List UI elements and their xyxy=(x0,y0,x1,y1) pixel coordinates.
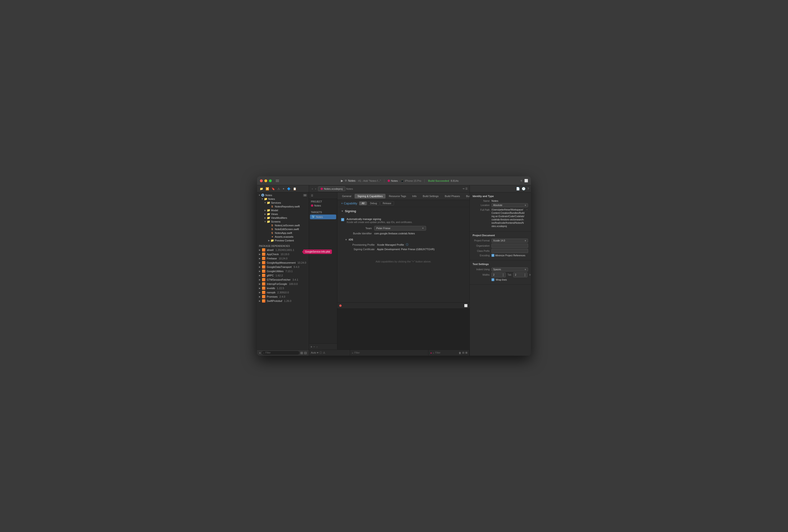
pkg-item-leveldb[interactable]: ▶ leveldb 1.22.5 xyxy=(257,286,309,290)
filter-targets-icon[interactable]: ⌕ xyxy=(316,345,318,348)
filter-bars: Auto ▾ ⓘ ⚠ ⌕ Filter ● ⌕ Filter 🗑 ⊟ ⊞ xyxy=(309,350,470,356)
class-prefix-input[interactable] xyxy=(492,249,528,253)
filter-split-icon[interactable]: ⊟ xyxy=(462,351,464,354)
pkg-item-firebase[interactable]: ▶ Firebase 10.24.0 xyxy=(257,256,309,260)
pkg-item-googleutilities[interactable]: ▶ GoogleUtilities 7.13.1 xyxy=(257,269,309,273)
tree-item-services[interactable]: ▼ 📁 Services xyxy=(257,201,309,205)
auto-label[interactable]: Auto ▾ xyxy=(311,351,318,354)
wrap-lines-checkbox[interactable]: ✓ xyxy=(492,278,494,281)
indent-width-spinner[interactable]: ▲ ▼ xyxy=(524,273,526,277)
settings-filter-icon[interactable]: ⊞ xyxy=(300,351,303,355)
tree-item-noteslist[interactable]: S NotesListScreen.swift xyxy=(257,223,309,227)
tree-item-assets[interactable]: ✦ Assets.xcassets xyxy=(257,235,309,239)
tab-build-settings[interactable]: Build Settings xyxy=(420,194,441,198)
nav-toggle-icon[interactable]: ☰ xyxy=(311,194,313,197)
signing-header[interactable]: ▼ Signing xyxy=(337,207,470,215)
remove-target-button[interactable]: − xyxy=(313,345,315,348)
folder-icon[interactable]: 📁 xyxy=(259,187,264,191)
inspector-file-icon[interactable]: 📄 xyxy=(516,187,520,191)
tree-item-notesrepo[interactable]: S NotesRepository.swift xyxy=(257,205,309,209)
indent-using-select[interactable]: Spaces ▼ xyxy=(492,268,528,272)
filter-split-icon2[interactable]: ⊞ xyxy=(465,351,468,354)
back-arrow[interactable]: ‹ xyxy=(311,187,314,191)
filter-bar-settings-icon[interactable]: ⚠ xyxy=(323,351,325,354)
inspector-toggle-icon[interactable]: ⬜ xyxy=(524,179,528,182)
debug-icon[interactable]: 🔷 xyxy=(287,187,291,191)
add-capability-button[interactable]: + Capability xyxy=(341,201,357,205)
tab-resource-tags[interactable]: Resource Tags xyxy=(386,194,409,198)
history-icon[interactable]: 📋 xyxy=(292,187,297,191)
bookmark-icon[interactable]: 🔖 xyxy=(271,187,276,191)
team-select[interactable]: Peter Friese ▼ xyxy=(374,226,466,231)
path-arrow-icon[interactable]: → xyxy=(526,208,528,211)
project-nav-notes[interactable]: Notes xyxy=(309,203,337,208)
pkg-item-swiftprotobuf[interactable]: ▶ SwiftProtobuf 1.26.0 xyxy=(257,299,309,303)
pkg-item-interopforgoogle[interactable]: ▶ InteropForGoogle 100.0.0 xyxy=(257,282,309,286)
pkg-item-appcheck[interactable]: ▶ AppCheck 10.19.0 xyxy=(257,252,309,256)
warning-icon[interactable]: ⚠ xyxy=(277,187,281,191)
auto-signing-checkbox[interactable]: ✓ xyxy=(341,218,344,221)
cap-tab-debug[interactable]: Debug xyxy=(367,201,379,205)
prov-value-area: Xcode Managed Profile ⓘ xyxy=(377,243,466,247)
expand-bottom-icon[interactable]: ⬜ xyxy=(464,304,468,307)
filter-delete-icon[interactable]: 🗑 xyxy=(459,351,461,354)
fullscreen-button[interactable] xyxy=(269,179,272,182)
tree-item-noteedit[interactable]: S NoteEditScreen.swift xyxy=(257,227,309,231)
tab-info[interactable]: Info xyxy=(409,194,419,198)
target-notes[interactable]: N Notes xyxy=(310,215,336,219)
pkg-item-promises[interactable]: ▶ Promises 2.4.0 xyxy=(257,295,309,299)
org-input[interactable] xyxy=(492,243,528,248)
tab-signing-capabilities[interactable]: Signing & Capabilities xyxy=(355,194,386,198)
tree-item-preview[interactable]: ▶ 📁 Preview Content xyxy=(257,239,309,242)
group-icon[interactable]: ⊟ xyxy=(304,351,307,355)
add-button[interactable]: + xyxy=(520,179,523,183)
pkg-item-gtmsession[interactable]: ▶ GTMSessionFetcher 3.4.1 xyxy=(257,278,309,282)
tree-item-model[interactable]: ▶ 📁 Model xyxy=(257,209,309,212)
test-icon[interactable]: ✦ xyxy=(282,187,285,191)
location-select[interactable]: Absolute ▼ xyxy=(492,203,528,207)
filter-input[interactable]: ⌕ Filter xyxy=(262,351,299,355)
add-target-button[interactable]: + xyxy=(311,345,312,349)
tree-item-notes-root[interactable]: ▼ 🅐 Notes M xyxy=(257,193,309,197)
tab-general[interactable]: General xyxy=(339,194,354,198)
filter-bar-placeholder[interactable]: Filter xyxy=(354,351,426,354)
pkg-icon xyxy=(262,291,265,294)
pkg-item-abseil[interactable]: ▶ abseil 1.2024011601.1 xyxy=(257,248,309,252)
close-button[interactable] xyxy=(260,179,263,182)
file-tab-xcodeproj[interactable]: Notes.xcodeproj xyxy=(318,186,346,191)
tree-item-screens[interactable]: ▼ 📁 Screens xyxy=(257,220,309,223)
tree-label: NotesListScreen.swift xyxy=(275,224,300,227)
tab-width-field[interactable]: 2 ▲ ▼ xyxy=(492,272,506,277)
tab-width-spinner[interactable]: ▲ ▼ xyxy=(503,273,504,277)
tree-item-notesapp[interactable]: S NotesApp.swift xyxy=(257,231,309,235)
indent-arrow: ▼ xyxy=(524,268,527,271)
pkg-item-nanopb[interactable]: ▶ nanopb 2.30910.0 xyxy=(257,290,309,295)
encoding-checkbox[interactable]: ✓ xyxy=(492,254,494,257)
sidebar-toggle-icon[interactable] xyxy=(275,179,279,183)
filter-bar-placeholder2[interactable]: Filter xyxy=(435,351,458,354)
tree-item-viewmodifiers[interactable]: ▶ 📁 ViewModifiers xyxy=(257,216,309,220)
inspector-history-icon[interactable]: 🕐 xyxy=(522,187,526,191)
tree-item-views[interactable]: ▶ 📁 Views xyxy=(257,212,309,216)
pkg-item-googleappmeasurement[interactable]: ▶ GoogleAppMeasurement 10.24.0 xyxy=(257,260,309,265)
inspector-help-icon[interactable]: ? xyxy=(527,187,529,191)
tree-item-notes-folder[interactable]: ▼ 📁 Notes xyxy=(257,197,309,201)
git-icon[interactable]: 🔀 xyxy=(265,187,270,191)
info-icon[interactable]: ⓘ xyxy=(406,243,408,247)
tab-build-phases[interactable]: Build Phases xyxy=(442,194,463,198)
proj-format-value: Xcode 14.0 xyxy=(493,239,505,242)
add-item-button[interactable]: + xyxy=(259,351,261,355)
pkg-item-grpc[interactable]: ▶ gRPC 1.62.2 xyxy=(257,273,309,278)
tab-build-rules[interactable]: Build Rules xyxy=(463,194,470,198)
forward-arrow[interactable]: › xyxy=(314,187,317,191)
indent-width-field[interactable]: 2 ▲ ▼ xyxy=(513,272,527,277)
minimize-button[interactable] xyxy=(264,179,267,182)
folder-blue-icon: 📁 xyxy=(267,220,270,223)
cap-tab-all[interactable]: All xyxy=(359,201,367,205)
capability-filter-tabs: All Debug Release xyxy=(359,201,394,205)
split-right-icon[interactable]: ☰ xyxy=(465,187,468,190)
proj-format-select[interactable]: Xcode 14.0 ▼ xyxy=(492,239,528,243)
split-left-icon[interactable]: ⇥ xyxy=(462,187,464,190)
pkg-item-googledatatransport[interactable]: ▶ GoogleDataTransport 9.4.0 xyxy=(257,265,309,269)
cap-tab-release[interactable]: Release xyxy=(380,201,394,205)
